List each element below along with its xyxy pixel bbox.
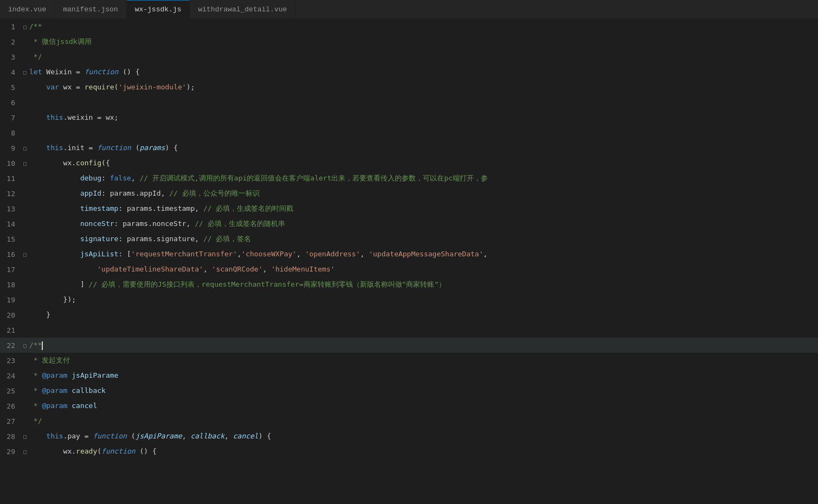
token-prop: timestamp — [80, 204, 118, 212]
token-comment: // 开启调试模式,调用的所有api的返回值会在客户端alert出来，若要查看传… — [140, 174, 488, 182]
code-content: */ — [29, 49, 42, 64]
token-param-italic: params — [140, 144, 165, 152]
code-content: this.init = function (params) { — [29, 140, 178, 156]
code-content: * @param callback — [29, 383, 106, 398]
token-plain: : [ — [118, 250, 131, 258]
line-number: 19 — [0, 296, 21, 304]
token-plain — [29, 402, 34, 410]
token-plain — [29, 386, 34, 395]
token-plain — [29, 174, 80, 182]
editor-row: 14 nonceStr: params.nonceStr, // 必填，生成签名… — [0, 216, 818, 231]
token-plain: wx = — [59, 83, 85, 91]
token-plain: }); — [29, 295, 76, 303]
token-ann-kw: @param — [42, 402, 67, 410]
editor-row: 17 'updateTimelineShareData', 'scanQRCod… — [0, 262, 818, 277]
editor-row: 24 * @param jsApiParame — [0, 368, 818, 383]
editor-row: 29□ wx.ready(function () { — [0, 444, 818, 459]
code-content: timestamp: params.timestamp, // 必填，生成签名的… — [29, 201, 293, 216]
token-str: 'chooseWXPay' — [241, 250, 297, 258]
token-kw: this — [46, 113, 63, 121]
line-number: 4 — [0, 68, 21, 76]
tab-index-vue[interactable]: index.vue — [0, 0, 55, 18]
line-number: 23 — [0, 357, 21, 365]
token-kw-italic: function — [97, 144, 131, 152]
line-number: 3 — [0, 53, 21, 61]
token-comment: // 必填，公众号的唯一标识 — [169, 189, 259, 197]
token-plain: : params.appId, — [101, 189, 169, 197]
line-number: 15 — [0, 235, 21, 243]
token-plain: ) { — [259, 432, 271, 440]
token-plain — [29, 144, 46, 152]
token-prop: debug — [80, 174, 101, 182]
line-number: 5 — [0, 83, 21, 92]
line-number: 6 — [0, 99, 21, 107]
code-content: * 发起支付 — [29, 353, 70, 368]
token-comment: * — [34, 402, 42, 410]
code-content: let Weixin = function () { — [29, 64, 140, 80]
editor-row: 4□let Weixin = function () { — [0, 64, 818, 80]
code-editor: 1□/**2 * 微信jssdk调用3 */4□let Weixin = fun… — [0, 19, 818, 504]
editor-row: 13 timestamp: params.timestamp, // 必填，生成… — [0, 201, 818, 216]
line-number: 12 — [0, 190, 21, 198]
line-number: 8 — [0, 129, 21, 137]
code-content: var wx = require('jweixin-module'); — [29, 80, 195, 95]
editor-row: 6 — [0, 95, 818, 110]
token-comment: * — [34, 386, 42, 395]
token-method: ready — [76, 447, 97, 455]
line-number: 18 — [0, 281, 21, 289]
editor-row: 27 */ — [0, 413, 818, 429]
line-number: 26 — [0, 402, 21, 410]
editor-row: 28□ this.pay = function (jsApiParame, ca… — [0, 429, 818, 444]
token-plain — [29, 219, 80, 228]
token-plain: , — [224, 432, 233, 440]
line-number: 13 — [0, 205, 21, 213]
code-content: wx.config({ — [29, 156, 110, 171]
token-plain — [29, 83, 46, 91]
token-str: 'hideMenuItems' — [271, 265, 334, 273]
token-comment: * 微信jssdk调用 — [29, 37, 92, 46]
token-param-italic: cancel — [233, 432, 259, 440]
line-number: 24 — [0, 372, 21, 380]
line-number: 10 — [0, 159, 21, 167]
tab-manifest-json[interactable]: manifest.json — [55, 0, 126, 18]
token-comment: */ — [29, 53, 42, 61]
token-str: 'updateTimelineShareData' — [97, 265, 203, 273]
token-comment: // 必填，签名 — [203, 235, 251, 243]
line-number: 28 — [0, 432, 21, 441]
tab-withdrawal-detail[interactable]: withdrawal_detail.vue — [190, 0, 295, 18]
fold-indicator: □ — [21, 251, 29, 257]
token-kw: this — [46, 432, 63, 440]
editor-row: 12 appId: params.appId, // 必填，公众号的唯一标识 — [0, 186, 818, 201]
line-number: 11 — [0, 175, 21, 183]
code-content: */ — [29, 413, 42, 429]
fold-indicator: □ — [21, 343, 29, 348]
line-number: 2 — [0, 38, 21, 46]
token-comment: // 必填，生成签名的时间戳 — [203, 204, 293, 212]
token-ann: jsApiParame — [72, 371, 118, 379]
token-plain: : params.timestamp, — [118, 204, 203, 212]
editor-row: 7 this.weixin = wx; — [0, 110, 818, 125]
line-number: 20 — [0, 311, 21, 319]
editor-row: 5 var wx = require('jweixin-module'); — [0, 80, 818, 95]
editor-row: 21 — [0, 322, 818, 338]
token-plain — [29, 113, 46, 121]
token-plain — [29, 235, 80, 243]
token-ann-kw: @param — [42, 371, 67, 379]
token-prop: jsApiList — [80, 250, 118, 258]
token-plain: , — [484, 250, 488, 258]
code-content: * @param jsApiParame — [29, 368, 118, 383]
code-content: } — [29, 307, 50, 322]
token-plain: wx. — [29, 159, 76, 167]
token-kw: var — [46, 83, 59, 91]
token-plain: ] — [29, 280, 89, 288]
line-number: 14 — [0, 220, 21, 228]
editor-row: 3 */ — [0, 49, 818, 64]
token-comment: // 必填，生成签名的随机串 — [195, 219, 285, 228]
line-number: 16 — [0, 250, 21, 259]
token-prop: appId — [80, 189, 101, 197]
line-number: 17 — [0, 266, 21, 274]
tab-wx-jssdk[interactable]: wx-jssdk.js — [127, 0, 190, 18]
editor-row: 22□/** — [0, 338, 818, 353]
code-content: appId: params.appId, // 必填，公众号的唯一标识 — [29, 186, 260, 201]
token-plain: , — [262, 265, 271, 273]
